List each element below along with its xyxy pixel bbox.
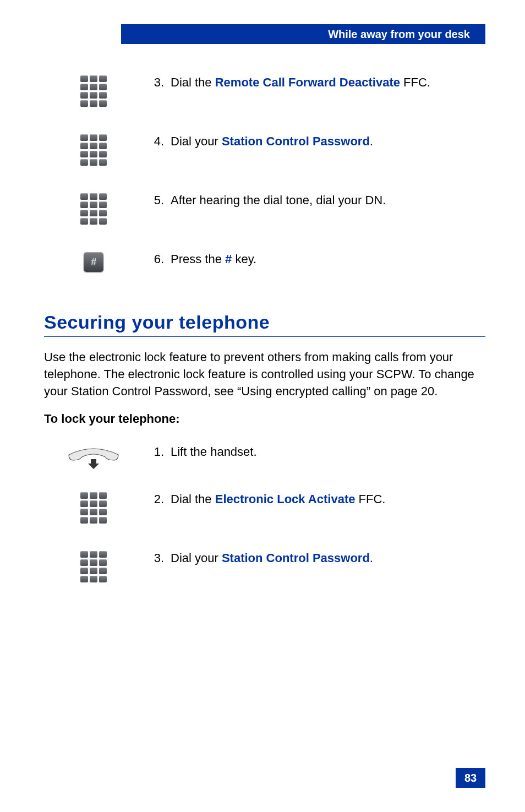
keypad-icon — [44, 550, 143, 582]
handset-icon — [44, 444, 143, 471]
step-number: 1. — [143, 444, 171, 460]
step-number: 4. — [143, 133, 171, 150]
step-post: FFC. — [400, 75, 430, 89]
step-6: # 6. Press the # key. — [44, 251, 485, 272]
page-content: 3. Dial the Remote Call Forward Deactiva… — [44, 74, 485, 762]
step-body: After hearing the dial tone, dial your D… — [171, 192, 485, 209]
step-b3: 3. Dial your Station Control Password. — [44, 550, 485, 582]
step-pre: Dial your — [171, 134, 222, 148]
step-post: FFC. — [355, 492, 385, 506]
keypad-icon — [44, 74, 143, 107]
step-post: . — [370, 134, 373, 148]
keypad-icon — [44, 491, 143, 524]
step-post: key. — [232, 252, 256, 266]
keypad-icon — [44, 192, 143, 225]
page-number-value: 83 — [464, 772, 477, 784]
step-body: Dial your Station Control Password. — [171, 133, 485, 150]
step-body: Lift the handset. — [171, 444, 485, 460]
step-4: 4. Dial your Station Control Password. — [44, 133, 485, 166]
step-3: 3. Dial the Remote Call Forward Deactiva… — [44, 74, 485, 107]
step-body: Dial the Electronic Lock Activate FFC. — [171, 491, 485, 508]
step-body: Dial your Station Control Password. — [171, 550, 485, 566]
hash-key-icon: # — [44, 251, 143, 272]
step-bold: Station Control Password — [222, 551, 370, 565]
step-pre: Press the — [171, 252, 225, 266]
step-number: 3. — [143, 74, 171, 91]
step-5: 5. After hearing the dial tone, dial you… — [44, 192, 485, 225]
step-body: Press the # key. — [171, 251, 485, 268]
section-heading: Securing your telephone — [44, 312, 485, 333]
step-number: 2. — [143, 491, 171, 508]
step-b2: 2. Dial the Electronic Lock Activate FFC… — [44, 491, 485, 524]
step-body: Dial the Remote Call Forward Deactivate … — [171, 74, 485, 91]
step-pre: Dial your — [171, 551, 222, 565]
step-bold: Station Control Password — [222, 134, 370, 148]
step-bold: # — [225, 252, 232, 266]
step-pre: Dial the — [171, 492, 215, 506]
step-number: 5. — [143, 192, 171, 209]
step-bold: Electronic Lock Activate — [215, 492, 356, 506]
step-bold: Remote Call Forward Deactivate — [215, 75, 400, 89]
step-post: Lift the handset. — [171, 445, 257, 459]
section-paragraph: Use the electronic lock feature to preve… — [44, 349, 485, 400]
step-post: After hearing the dial tone, dial your D… — [171, 193, 386, 207]
keypad-icon — [44, 133, 143, 166]
section-subheading: To lock your telephone: — [44, 412, 485, 426]
step-b1: 1. Lift the handset. — [44, 444, 485, 471]
section-rule — [44, 336, 485, 337]
page-number: 83 — [456, 768, 485, 788]
step-number: 3. — [143, 550, 171, 566]
step-pre: Dial the — [171, 75, 215, 89]
step-post: . — [370, 551, 373, 565]
step-number: 6. — [143, 251, 171, 268]
header-title: While away from your desk — [328, 28, 470, 41]
header-bar: While away from your desk — [121, 24, 485, 44]
